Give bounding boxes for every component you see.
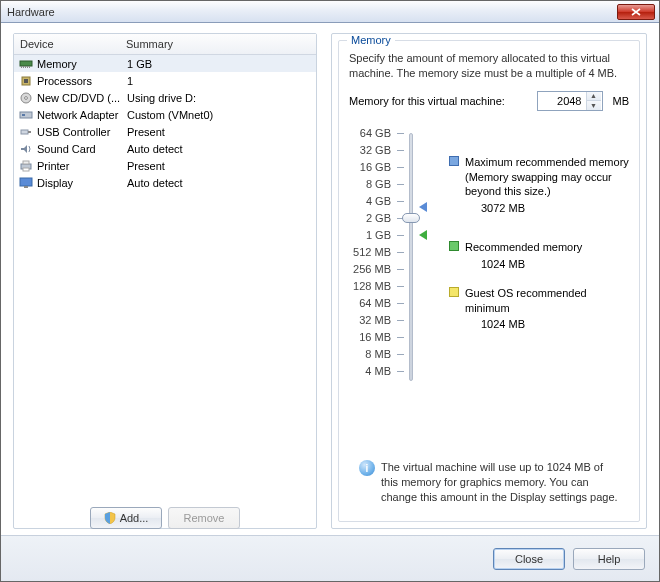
device-table-header: Device Summary bbox=[14, 34, 316, 55]
legend-max-label: Maximum recommended memory bbox=[465, 155, 629, 170]
svg-point-9 bbox=[25, 96, 28, 99]
svg-rect-5 bbox=[29, 66, 30, 68]
memory-slider-track[interactable] bbox=[409, 133, 413, 381]
svg-rect-17 bbox=[20, 178, 32, 186]
svg-rect-4 bbox=[27, 66, 28, 68]
tick-label: 512 MB bbox=[353, 246, 391, 258]
remove-button-label: Remove bbox=[184, 512, 225, 524]
tick-label: 32 MB bbox=[359, 314, 391, 326]
device-summary: 1 bbox=[125, 75, 316, 87]
tick-label: 8 GB bbox=[366, 178, 391, 190]
device-name: Network Adapter bbox=[37, 109, 125, 121]
svg-rect-11 bbox=[22, 114, 25, 116]
device-name: USB Controller bbox=[37, 126, 125, 138]
device-summary: Auto detect bbox=[125, 143, 316, 155]
svg-rect-0 bbox=[20, 61, 32, 66]
legend-min-value: 1024 MB bbox=[481, 317, 629, 332]
device-row[interactable]: Processors1 bbox=[14, 72, 316, 89]
device-row[interactable]: Sound CardAuto detect bbox=[14, 140, 316, 157]
titlebar: Hardware bbox=[1, 1, 659, 23]
svg-rect-18 bbox=[24, 186, 28, 188]
remove-button[interactable]: Remove bbox=[168, 507, 240, 529]
device-name: Memory bbox=[37, 58, 125, 70]
device-list-panel: Device Summary Memory1 GBProcessors1New … bbox=[13, 33, 317, 529]
device-summary: Auto detect bbox=[125, 177, 316, 189]
memory-panel: Memory Specify the amount of memory allo… bbox=[331, 33, 647, 529]
memory-input[interactable] bbox=[538, 92, 586, 110]
printer-icon bbox=[18, 159, 34, 173]
legend-min: Guest OS recommended minimum 1024 MB bbox=[449, 286, 629, 333]
svg-rect-7 bbox=[24, 79, 28, 83]
svg-rect-2 bbox=[23, 66, 24, 68]
device-row[interactable]: DisplayAuto detect bbox=[14, 174, 316, 191]
tick-label: 16 GB bbox=[360, 161, 391, 173]
memory-slider-area: 64 GB32 GB16 GB8 GB4 GB2 GB1 GB512 MB256… bbox=[349, 127, 629, 387]
device-summary: 1 GB bbox=[125, 58, 316, 70]
device-name: Sound Card bbox=[37, 143, 125, 155]
max-marker-icon bbox=[419, 202, 427, 212]
device-table-body: Memory1 GBProcessors1New CD/DVD (...Usin… bbox=[14, 55, 316, 528]
device-row[interactable]: Network AdapterCustom (VMnet0) bbox=[14, 106, 316, 123]
window-title: Hardware bbox=[7, 6, 617, 18]
device-name: Printer bbox=[37, 160, 125, 172]
sound-icon bbox=[18, 142, 34, 156]
device-summary: Present bbox=[125, 160, 316, 172]
tick-label: 256 MB bbox=[353, 263, 391, 275]
device-summary: Present bbox=[125, 126, 316, 138]
tick-label: 64 MB bbox=[359, 297, 391, 309]
help-button[interactable]: Help bbox=[573, 548, 645, 570]
header-device[interactable]: Device bbox=[14, 38, 124, 50]
memory-group-label: Memory bbox=[347, 34, 395, 46]
legend-max: Maximum recommended memory (Memory swapp… bbox=[449, 155, 629, 216]
tick-label: 1 GB bbox=[366, 229, 391, 241]
cpu-icon bbox=[18, 74, 34, 88]
device-row[interactable]: PrinterPresent bbox=[14, 157, 316, 174]
device-row[interactable]: USB ControllerPresent bbox=[14, 123, 316, 140]
legend-rec-label: Recommended memory bbox=[465, 240, 582, 255]
tick-label: 16 MB bbox=[359, 331, 391, 343]
tick-label: 128 MB bbox=[353, 280, 391, 292]
cd-icon bbox=[18, 91, 34, 105]
memory-slider-thumb[interactable] bbox=[402, 213, 420, 223]
memory-spec-text: Specify the amount of memory allocated t… bbox=[349, 51, 629, 81]
display-icon bbox=[18, 176, 34, 190]
svg-rect-10 bbox=[20, 112, 32, 118]
square-green-icon bbox=[449, 241, 459, 251]
svg-rect-13 bbox=[28, 131, 31, 133]
window-close-button[interactable] bbox=[617, 4, 655, 20]
nic-icon bbox=[18, 108, 34, 122]
tick-label: 4 GB bbox=[366, 195, 391, 207]
device-name: New CD/DVD (... bbox=[37, 92, 125, 104]
memory-input-label: Memory for this virtual machine: bbox=[349, 95, 505, 107]
add-button[interactable]: Add... bbox=[90, 507, 162, 529]
spin-down-icon[interactable]: ▼ bbox=[587, 101, 601, 110]
spin-up-icon[interactable]: ▲ bbox=[587, 92, 601, 102]
close-button[interactable]: Close bbox=[493, 548, 565, 570]
memory-spinbox[interactable]: ▲ ▼ bbox=[537, 91, 603, 111]
legend-rec-value: 1024 MB bbox=[481, 257, 582, 272]
memory-unit: MB bbox=[613, 95, 630, 107]
legend-max-note: (Memory swapping may occur beyond this s… bbox=[465, 170, 629, 200]
svg-rect-12 bbox=[21, 130, 28, 134]
dialog-bottom-bar: Close Help bbox=[1, 535, 659, 581]
memory-info-text: The virtual machine will use up to 1024 … bbox=[381, 460, 619, 505]
svg-rect-16 bbox=[23, 168, 29, 171]
tick-label: 8 MB bbox=[365, 348, 391, 360]
svg-rect-15 bbox=[23, 161, 29, 164]
square-blue-icon bbox=[449, 156, 459, 166]
device-row[interactable]: Memory1 GB bbox=[14, 55, 316, 72]
device-name: Display bbox=[37, 177, 125, 189]
close-icon bbox=[631, 8, 641, 16]
tick-label: 4 MB bbox=[365, 365, 391, 377]
header-summary[interactable]: Summary bbox=[124, 38, 316, 50]
memory-icon bbox=[18, 57, 34, 71]
usb-icon bbox=[18, 125, 34, 139]
tick-label: 2 GB bbox=[366, 212, 391, 224]
device-summary: Custom (VMnet0) bbox=[125, 109, 316, 121]
tick-label: 64 GB bbox=[360, 127, 391, 139]
device-name: Processors bbox=[37, 75, 125, 87]
legend-rec: Recommended memory 1024 MB bbox=[449, 240, 629, 272]
device-row[interactable]: New CD/DVD (...Using drive D: bbox=[14, 89, 316, 106]
svg-rect-1 bbox=[21, 66, 22, 68]
add-button-label: Add... bbox=[120, 512, 149, 524]
